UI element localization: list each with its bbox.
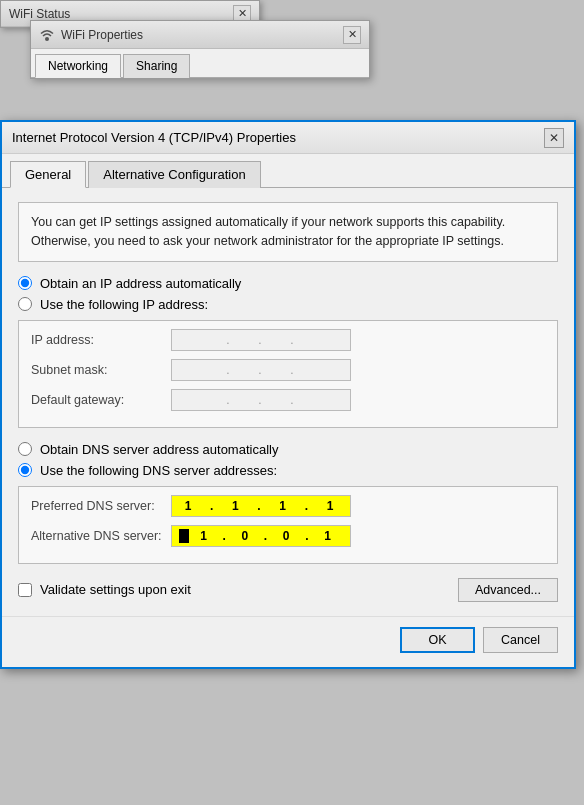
wifi-props-titlebar: WiFi Properties ✕ [31,21,369,49]
preferred-dns-label: Preferred DNS server: [31,499,171,513]
subnet-mask-input[interactable] [171,359,351,381]
tab-general[interactable]: General [10,161,86,188]
tcpip-close-button[interactable]: ✕ [544,128,564,148]
gateway-row: Default gateway: [31,389,545,411]
dns-fields-section: Preferred DNS server: Alternative DNS se… [18,486,558,564]
ip-radio-group: Obtain an IP address automatically Use t… [18,276,558,312]
tcpip-titlebar: Internet Protocol Version 4 (TCP/IPv4) P… [2,122,574,154]
validate-checkbox-item[interactable]: Validate settings upon exit [18,582,191,597]
ip-fields-section: IP address: Subnet mask: Default gateway… [18,320,558,428]
auto-dns-label: Obtain DNS server address automatically [40,442,278,457]
auto-dns-radio-item[interactable]: Obtain DNS server address automatically [18,442,558,457]
validate-row: Validate settings upon exit Advanced... [18,578,558,602]
ip-address-label: IP address: [31,333,171,347]
wifi-props-title-text: WiFi Properties [61,28,143,42]
svg-point-0 [45,37,49,41]
preferred-dns-row: Preferred DNS server: [31,495,545,517]
wifi-props-title-content: WiFi Properties [39,27,143,43]
alt-dns-label: Alternative DNS server: [31,529,171,543]
wifi-props-tabs: Networking Sharing [31,49,369,78]
validate-label: Validate settings upon exit [40,582,191,597]
description-text: You can get IP settings assigned automat… [31,215,505,248]
alt-dns-row: Alternative DNS server: [31,525,545,547]
default-gateway-label: Default gateway: [31,393,171,407]
ok-button[interactable]: OK [400,627,475,653]
subnet-mask-row: Subnet mask: [31,359,545,381]
wifi-icon [39,27,55,43]
auto-ip-radio[interactable] [18,276,32,290]
tab-alt-config[interactable]: Alternative Configuration [88,161,260,188]
cancel-button[interactable]: Cancel [483,627,558,653]
wifi-props-window: WiFi Properties ✕ Networking Sharing [30,20,370,79]
manual-ip-radio-item[interactable]: Use the following IP address: [18,297,558,312]
tcpip-dialog: Internet Protocol Version 4 (TCP/IPv4) P… [0,120,576,669]
subnet-mask-label: Subnet mask: [31,363,171,377]
ip-address-input[interactable] [171,329,351,351]
tcpip-content: You can get IP settings assigned automat… [2,188,574,616]
auto-dns-radio[interactable] [18,442,32,456]
validate-checkbox[interactable] [18,583,32,597]
wifi-props-close-button[interactable]: ✕ [343,26,361,44]
tab-networking[interactable]: Networking [35,54,121,78]
alt-dns-input[interactable] [171,525,351,547]
manual-ip-radio[interactable] [18,297,32,311]
default-gateway-input[interactable] [171,389,351,411]
wifi-status-title: WiFi Status [9,7,70,21]
tcpip-tabs: General Alternative Configuration [2,154,574,188]
preferred-dns-input[interactable] [171,495,351,517]
tab-sharing[interactable]: Sharing [123,54,190,78]
manual-dns-label: Use the following DNS server addresses: [40,463,277,478]
manual-dns-radio[interactable] [18,463,32,477]
auto-ip-radio-item[interactable]: Obtain an IP address automatically [18,276,558,291]
text-cursor [179,529,189,543]
dns-section: Obtain DNS server address automatically … [18,442,558,564]
manual-ip-label: Use the following IP address: [40,297,208,312]
dialog-buttons: OK Cancel [2,616,574,667]
advanced-button[interactable]: Advanced... [458,578,558,602]
alt-dns-wrapper [171,525,351,547]
description-box: You can get IP settings assigned automat… [18,202,558,262]
dns-radio-group: Obtain DNS server address automatically … [18,442,558,478]
auto-ip-label: Obtain an IP address automatically [40,276,241,291]
tcpip-dialog-title: Internet Protocol Version 4 (TCP/IPv4) P… [12,130,296,145]
manual-dns-radio-item[interactable]: Use the following DNS server addresses: [18,463,558,478]
ip-address-row: IP address: [31,329,545,351]
